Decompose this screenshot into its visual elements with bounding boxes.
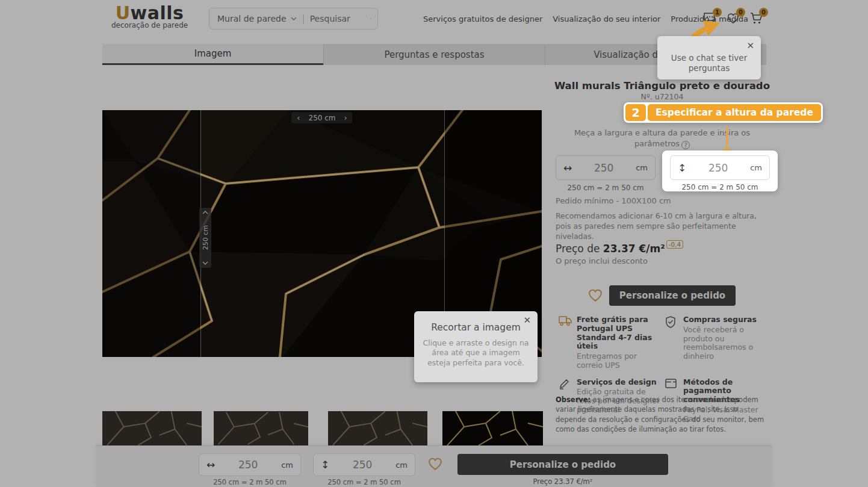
crop-tooltip-body: Clique e arraste o design na área até qu… (414, 338, 538, 368)
min-order-note: Pedido mínimo - 100X100 cm (556, 196, 671, 205)
step-number: 2 (625, 104, 646, 121)
chat-badge: 1 (713, 8, 722, 17)
feature-title: Frete grátis para Portugal UPS Standard … (577, 315, 660, 351)
disclaimer-label: Observe: (556, 395, 591, 404)
logo-accent: U (116, 2, 131, 23)
width-field: ↔ cm (556, 155, 656, 180)
height-conversion: 250 cm = 2 m 50 cm (670, 183, 770, 191)
step-arrow (726, 126, 728, 149)
measure-hint-text: Meça a largura e altura da parede e insi… (574, 128, 750, 148)
help-icon[interactable]: ? (681, 141, 690, 149)
tab-questions[interactable]: Perguntas e respostas (323, 44, 545, 65)
ruler-chevron-down-icon[interactable] (202, 261, 208, 265)
pen-icon (559, 379, 569, 389)
width-ruler-label: 250 cm (308, 114, 335, 122)
step-2-callout: 2 Especificar a altura da parede (624, 102, 823, 123)
bottom-order-bar: ↔ cm 250 cm = 2 m 50 cm ↕ cm 250 cm = 2 … (96, 445, 772, 487)
logo[interactable]: Uwalls decoração de parede (111, 4, 188, 29)
search-category-dropdown[interactable]: Mural de parede (209, 14, 297, 23)
feature-title: Serviços de design (577, 378, 660, 387)
height-field-highlight: ↕ cm 250 cm = 2 m 50 cm (662, 150, 778, 191)
favorite-heart-icon[interactable] (587, 288, 603, 302)
ruler-chevron-left-icon[interactable]: ‹ (297, 113, 300, 122)
search-icon[interactable] (370, 13, 371, 24)
bottom-width-field: ↔ cm (199, 453, 301, 476)
logo-text: walls (131, 2, 184, 23)
shield-check-icon (665, 316, 676, 328)
search-input[interactable] (310, 14, 370, 23)
bottom-width-input[interactable] (215, 459, 281, 471)
width-input[interactable] (572, 162, 636, 174)
feature-secure-purchase: Compras seguras Você receberá o produto … (665, 315, 772, 370)
width-arrow-icon: ↔ (563, 162, 572, 174)
bottom-height-field: ↕ cm (313, 453, 415, 476)
height-arrow-icon: ↕ (678, 162, 686, 174)
tab-image[interactable]: Imagem (102, 44, 323, 65)
height-unit: cm (395, 461, 408, 470)
close-icon[interactable]: ✕ (523, 315, 531, 326)
bottom-personalize-order-button[interactable]: Personalize o pedido (457, 454, 668, 475)
height-ruler-label: 250 cm (202, 225, 209, 250)
width-ruler: ‹ 250 cm › (291, 112, 352, 123)
chat-tooltip-text: Use o chat se tiver perguntas (671, 53, 747, 73)
disclaimer-note: Observe: as imagens e cores dos itens mo… (556, 395, 769, 434)
search-bar: Mural de parede | (209, 8, 378, 29)
width-conversion: 250 cm = 2 m 50 cm (556, 184, 656, 192)
crop-tooltip-title: Recortar a imagem (414, 322, 538, 333)
wallet-icon (665, 379, 677, 388)
close-icon[interactable]: ✕ (746, 40, 754, 52)
ruler-chevron-right-icon[interactable]: › (344, 113, 347, 122)
recommendation-note: Recomendamos adicionar 6-10 cm à largura… (556, 211, 765, 242)
chevron-down-icon (291, 17, 297, 20)
feature-desc: Você receberá o produto ou reembolsaremo… (683, 326, 767, 361)
search-category-label: Mural de parede (217, 14, 287, 23)
ruler-chevron-up-icon[interactable] (202, 211, 208, 214)
bottom-height-input[interactable] (329, 459, 395, 471)
header: Uwalls decoração de parede Mural de pare… (0, 0, 868, 34)
height-ruler: 250 cm (199, 208, 211, 268)
wishlist-icon[interactable]: 0 (727, 12, 740, 26)
feature-title: Compras seguras (683, 315, 767, 324)
thumbnail-3[interactable] (328, 411, 427, 445)
wishlist-badge: 0 (736, 8, 745, 17)
price-prefix: Preço de (556, 243, 603, 255)
thumbnail-4[interactable] (442, 411, 543, 445)
feature-free-shipping: Frete grátis para Portugal UPS Standard … (559, 315, 665, 370)
measure-hint: Meça a largura e altura da parede e insi… (560, 128, 764, 149)
price-note: O preço inclui desconto (556, 256, 648, 265)
product-sku: Nº. u72104 (554, 92, 770, 101)
crop-tooltip: ✕ Recortar a imagem Clique e arraste o d… (414, 311, 538, 382)
favorite-heart-icon[interactable] (427, 456, 443, 471)
personalize-order-button[interactable]: Personalize o pedido (609, 285, 736, 306)
height-input[interactable] (686, 162, 750, 174)
cart-icon[interactable]: 0 (749, 12, 763, 27)
bottom-height-conversion: 250 cm = 2 m 50 cm (313, 478, 415, 486)
logo-tagline: decoração de parede (111, 21, 188, 29)
thumbnail-2[interactable] (214, 411, 308, 445)
feature-desc: Entregamos por correio UPS (577, 352, 660, 370)
cart-badge: 0 (759, 8, 768, 17)
height-field: ↕ cm (670, 155, 770, 180)
nav-designer-services[interactable]: Serviços gratuitos de designer (423, 14, 542, 23)
height-arrow-icon: ↕ (321, 459, 329, 471)
price-value: 23.37 €/m² (603, 243, 665, 255)
width-arrow-icon: ↔ (206, 459, 215, 471)
bottom-width-conversion: 250 cm = 2 m 50 cm (199, 478, 301, 486)
product-title: Wall murals Triângulo preto e dourado (554, 80, 770, 92)
search-divider: | (302, 13, 305, 24)
nav-interior-visualization[interactable]: Visualização do seu interior (553, 14, 660, 23)
width-unit: cm (281, 461, 293, 470)
discount-badge: -0,4 (666, 240, 684, 249)
price-line: Preço de 23.37 €/m²-0,4 (556, 243, 683, 255)
step-label: Especificar a altura da parede (648, 104, 821, 121)
width-unit: cm (636, 163, 648, 172)
truck-icon (559, 316, 572, 326)
bottom-price: Preço 23.37 €/m² (457, 477, 668, 486)
chat-tooltip: ✕ Use o chat se tiver perguntas (657, 36, 761, 79)
height-unit: cm (750, 163, 762, 172)
thumbnail-1[interactable] (102, 411, 202, 445)
